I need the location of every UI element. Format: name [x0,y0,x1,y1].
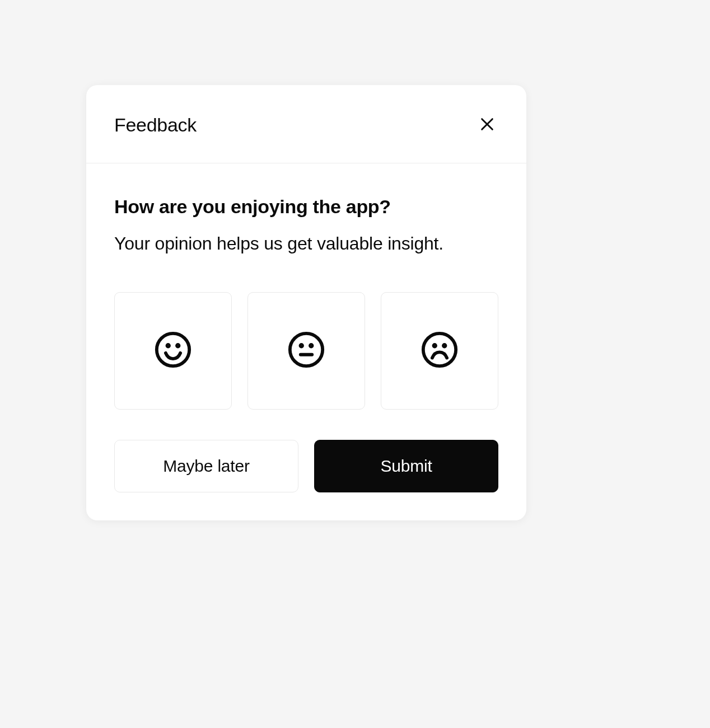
neutral-face-icon [287,330,326,371]
feedback-modal: Feedback How are you enjoying the app? Y… [86,85,526,520]
svg-point-10 [434,345,436,347]
svg-point-11 [443,345,446,347]
maybe-later-button[interactable]: Maybe later [114,440,298,492]
rating-option-neutral[interactable] [247,292,365,410]
svg-point-2 [157,334,189,366]
modal-title: Feedback [114,114,197,136]
rating-options [114,292,498,410]
modal-actions: Maybe later Submit [114,440,498,492]
svg-point-7 [310,345,312,347]
svg-point-4 [177,345,179,347]
rating-option-happy[interactable] [114,292,232,410]
rating-option-sad[interactable] [381,292,498,410]
sad-face-icon [420,330,459,371]
feedback-subtext: Your opinion helps us get valuable insig… [114,231,498,256]
close-button[interactable] [476,113,498,137]
submit-button[interactable]: Submit [314,440,498,492]
svg-point-9 [423,334,456,366]
modal-header: Feedback [86,85,526,163]
svg-point-5 [290,334,323,366]
happy-face-icon [153,330,193,371]
close-icon [478,115,496,135]
modal-body: How are you enjoying the app? Your opini… [86,163,526,520]
feedback-question: How are you enjoying the app? [114,196,498,218]
svg-point-3 [167,345,170,347]
svg-point-6 [301,345,303,347]
